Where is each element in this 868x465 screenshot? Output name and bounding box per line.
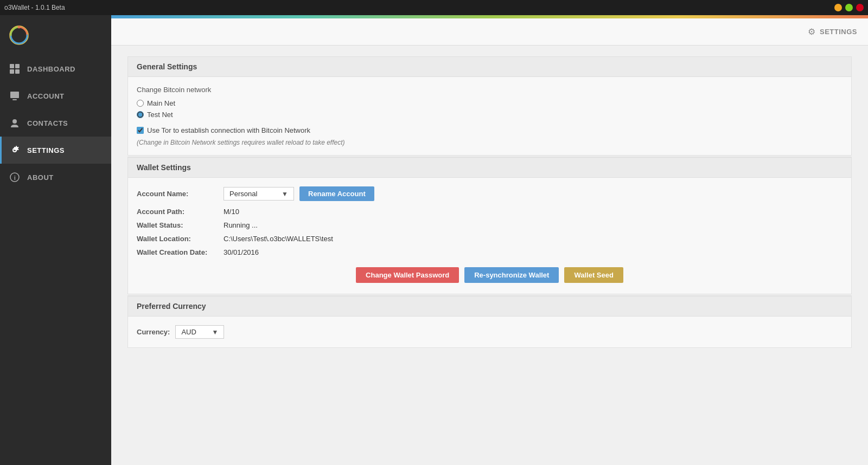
account-path-row: Account Path: M/10 (137, 208, 843, 216)
svg-rect-4 (10, 69, 14, 74)
wallet-creation-date-value: 30/01/2016 (224, 248, 259, 256)
currency-dropdown-chevron-icon: ▼ (212, 328, 219, 336)
wallet-location-value: C:\Users\Test\.o3bc\WALLETS\test (224, 235, 333, 243)
title-bar: o3Wallet - 1.0.1 Beta (0, 0, 868, 15)
wallet-status-value: Running ... (224, 221, 258, 229)
currency-row: Currency: AUD ▼ (137, 325, 843, 339)
about-icon: i (9, 171, 21, 183)
network-radio-group: Main Net Test Net (137, 99, 843, 119)
sidebar: DASHBOARD ACCOUNT (0, 15, 111, 465)
wallet-location-row: Wallet Location: C:\Users\Test\.o3bc\WAL… (137, 235, 843, 243)
app-logo-icon (9, 25, 29, 46)
sidebar-item-label-dashboard: DASHBOARD (27, 65, 75, 73)
mainnet-radio[interactable] (137, 100, 144, 107)
sidebar-navigation: DASHBOARD ACCOUNT (0, 55, 111, 191)
svg-point-1 (18, 26, 21, 29)
svg-rect-5 (15, 69, 20, 74)
sidebar-item-label-account: ACCOUNT (27, 92, 65, 100)
sidebar-item-about[interactable]: i ABOUT (0, 164, 111, 191)
svg-point-0 (10, 26, 28, 44)
wallet-status-row: Wallet Status: Running ... (137, 221, 843, 229)
minimize-button[interactable] (834, 4, 842, 11)
currency-value: AUD (181, 328, 196, 336)
account-name-row: Account Name: Personal ▼ Rename Account (137, 186, 843, 201)
wallet-location-label: Wallet Location: (137, 235, 218, 243)
preferred-currency-header: Preferred Currency (128, 296, 851, 317)
gear-icon: ⚙ (808, 27, 815, 37)
tor-label: Use Tor to establish connection with Bit… (147, 126, 310, 134)
general-settings-section: General Settings Change Bitcoin network … (127, 56, 852, 156)
sidebar-logo (0, 15, 111, 55)
svg-rect-6 (10, 92, 19, 98)
close-button[interactable] (856, 4, 864, 11)
sidebar-item-dashboard[interactable]: DASHBOARD (0, 55, 111, 82)
testnet-label: Test Net (147, 111, 173, 119)
sidebar-item-account[interactable]: ACCOUNT (0, 82, 111, 109)
testnet-option[interactable]: Test Net (137, 111, 843, 119)
preferred-currency-section: Preferred Currency Currency: AUD ▼ (127, 296, 852, 348)
sidebar-item-label-contacts: CONTACTS (27, 119, 68, 127)
settings-content: General Settings Change Bitcoin network … (111, 46, 868, 465)
svg-text:i: i (14, 175, 16, 181)
account-name-value: Personal (229, 190, 257, 198)
currency-label: Currency: (137, 328, 170, 336)
mainnet-label: Main Net (147, 99, 175, 107)
general-settings-header: General Settings (128, 57, 851, 77)
mainnet-option[interactable]: Main Net (137, 99, 843, 107)
sidebar-item-contacts[interactable]: CONTACTS (0, 109, 111, 137)
settings-icon (9, 144, 21, 156)
svg-rect-3 (15, 64, 20, 68)
sidebar-item-label-about: ABOUT (27, 173, 54, 182)
reload-note: (Change in Bitcoin Network settings requ… (137, 139, 843, 146)
general-settings-body: Change Bitcoin network Main Net Test Net (128, 77, 851, 155)
account-path-value: M/10 (224, 208, 239, 216)
app-layout: DASHBOARD ACCOUNT (0, 15, 868, 465)
svg-rect-2 (10, 64, 14, 68)
dashboard-icon (9, 63, 21, 75)
wallet-settings-section: Wallet Settings Account Name: Personal ▼… (127, 157, 852, 294)
sidebar-item-label-settings: SETTINGS (27, 146, 65, 154)
rename-account-button[interactable]: Rename Account (299, 186, 374, 201)
sidebar-item-settings[interactable]: SETTINGS (0, 137, 111, 164)
testnet-radio[interactable] (137, 111, 144, 118)
change-network-label: Change Bitcoin network (137, 86, 843, 94)
account-icon (9, 90, 21, 102)
main-header: ⚙ SETTINGS (111, 18, 868, 46)
wallet-status-label: Wallet Status: (137, 221, 218, 229)
wallet-creation-date-label: Wallet Creation Date: (137, 248, 218, 256)
preferred-currency-body: Currency: AUD ▼ (128, 317, 851, 347)
tor-checkbox[interactable] (137, 127, 144, 134)
wallet-settings-header: Wallet Settings (128, 158, 851, 178)
account-name-label: Account Name: (137, 190, 218, 198)
account-name-dropdown[interactable]: Personal ▼ (224, 187, 294, 201)
header-settings-label: SETTINGS (820, 28, 857, 36)
wallet-creation-date-row: Wallet Creation Date: 30/01/2016 (137, 248, 843, 256)
wallet-settings-body: Account Name: Personal ▼ Rename Account … (128, 178, 851, 294)
svg-point-8 (12, 119, 17, 124)
main-area: ⚙ SETTINGS General Settings Change Bitco… (111, 15, 868, 465)
window-controls (834, 4, 864, 11)
svg-rect-7 (12, 99, 17, 100)
contacts-icon (9, 117, 21, 129)
resynchronize-wallet-button[interactable]: Re-synchronize Wallet (464, 267, 559, 283)
account-dropdown-chevron-icon: ▼ (282, 190, 288, 198)
change-wallet-password-button[interactable]: Change Wallet Password (356, 267, 459, 283)
currency-dropdown[interactable]: AUD ▼ (175, 325, 224, 339)
app-title: o3Wallet - 1.0.1 Beta (4, 4, 65, 11)
wallet-seed-button[interactable]: Wallet Seed (564, 267, 623, 283)
account-path-label: Account Path: (137, 208, 218, 216)
tor-checkbox-row[interactable]: Use Tor to establish connection with Bit… (137, 126, 843, 134)
maximize-button[interactable] (845, 4, 853, 11)
wallet-action-buttons: Change Wallet Password Re-synchronize Wa… (137, 262, 843, 285)
